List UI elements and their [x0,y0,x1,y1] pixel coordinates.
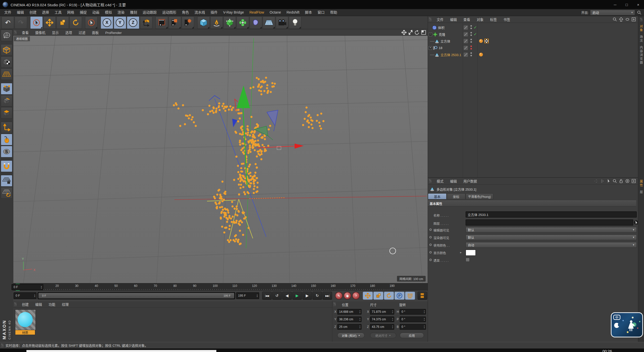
add-layer-icon[interactable] [631,17,636,22]
texture-tag-icon[interactable] [484,39,489,43]
menu-item-realflow[interactable]: RealFlow [247,9,267,16]
object-row-18[interactable]: + 18 [428,45,638,51]
filter-icon[interactable] [625,17,630,22]
position-y-field[interactable]: 38.236 cm▲▼ [337,317,361,322]
workplane-mode-button[interactable] [1,68,12,80]
object-manager-menu-item[interactable]: 查看 [460,18,473,22]
collapse-toggle[interactable]: − [429,33,432,36]
size-z-field[interactable]: 43.75 cm▲▼ [370,324,394,330]
record-rotation-toggle[interactable] [384,292,394,300]
object-manager-menu-item[interactable]: 文件 [433,18,447,22]
menu-item[interactable]: V-Ray Bridge [220,10,247,14]
panel-grip-icon[interactable] [429,17,431,21]
pan-view-icon[interactable] [401,30,407,35]
menu-item[interactable]: 选择 [39,10,52,14]
live-selection-tool[interactable] [30,16,43,29]
viewport-menu-item[interactable]: 摄像机 [32,31,49,35]
add-light-button[interactable] [289,16,301,29]
add-field-button[interactable] [250,16,262,29]
menu-item[interactable]: 窗口 [315,10,327,14]
ime-overlay-widget[interactable]: 中 [611,312,643,337]
menu-item[interactable]: 角色 [179,10,192,14]
add-primitive-cube-button[interactable] [197,16,210,29]
viewport-menu-item[interactable]: 选项 [62,31,75,35]
menu-item[interactable]: 工具 [52,10,64,14]
visibility-dots[interactable] [470,52,472,56]
material-item[interactable]: 材质 [15,310,35,335]
redo-button[interactable]: ↷ [15,16,27,29]
menu-item[interactable]: 文件 [2,10,14,14]
object-manager-menu-item[interactable]: 书签 [500,18,513,22]
position-z-field[interactable]: 25 cm▲▼ [337,324,361,330]
move-tool[interactable] [43,16,56,29]
tab-objects[interactable]: 对象 [639,25,643,32]
loop-button[interactable]: ↻ [312,292,322,300]
render-visibility-dropdown[interactable]: 默认▼ [466,235,637,240]
texture-mode-button[interactable] [1,56,12,68]
history-forward-icon[interactable] [600,179,605,183]
use-color-dropdown[interactable]: 自动▼ [466,242,637,248]
object-manager-menu-item[interactable]: 对象 [473,18,487,22]
record-position-toggle[interactable] [363,292,373,300]
position-x-field[interactable]: 14.688 cm▲▼ [337,309,361,315]
rotation-h-field[interactable]: 0 °▲▼ [400,309,426,315]
next-frame-button[interactable]: ▶ [302,292,312,300]
lock-z-axis-button[interactable]: Z [127,16,139,29]
menu-item[interactable]: 创建 [27,10,39,14]
menu-item[interactable]: 帮助 [327,10,340,14]
section-basic-properties[interactable]: 基本属性 [428,200,636,206]
undo-button[interactable]: ↶ [2,16,14,29]
viewport-solo-button[interactable]: S [1,146,12,157]
render-settings-button[interactable] [182,16,194,29]
goto-start-button[interactable]: |◀◀ [262,292,272,300]
record-parameter-toggle[interactable]: P [394,292,405,300]
viewport-menu-item[interactable]: 查看 [19,31,32,35]
keyframe-presets-button[interactable] [418,292,427,300]
attribute-menu-item[interactable]: 编辑 [447,180,460,183]
menu-item[interactable]: 编辑 [14,10,27,14]
record-keyframe-button[interactable]: ✎ [335,292,343,299]
viewport-menu-item[interactable]: 过滤 [75,31,89,35]
visibility-dots[interactable] [470,25,472,29]
panel-grip-icon[interactable] [333,302,336,306]
display-color-swatch[interactable] [466,250,476,256]
animation-dot[interactable] [429,251,432,253]
previous-frame-button[interactable]: ◀ [282,292,292,300]
menu-item[interactable]: 脚本 [302,10,315,14]
object-row-cube[interactable]: 立方体 [428,38,638,45]
toggle-view-icon[interactable] [421,30,426,35]
interface-dropdown[interactable]: 启动 ▼ [590,10,635,15]
path-up-icon[interactable] [619,17,623,22]
viewport-menu-item[interactable]: ProRender [102,31,125,35]
menu-item[interactable]: 插件 [208,10,220,14]
add-floor-button[interactable] [263,16,275,29]
animation-dot[interactable] [429,259,432,261]
add-subdivision-surface-button[interactable] [223,16,236,29]
maximize-button[interactable]: □ [621,0,632,9]
size-x-field[interactable]: 71.875 cm▲▼ [370,309,394,315]
tweak-mode-button[interactable] [1,134,12,145]
rotation-b-field[interactable]: 0 °▲▼ [400,324,426,330]
render-to-picture-viewer-button[interactable] [169,16,181,29]
zoom-view-icon[interactable] [408,30,413,35]
size-mode-dropdown[interactable]: 绝对尺寸▼ [370,333,396,338]
object-row-volume[interactable]: 体积 ✓ [428,24,638,31]
search-icon[interactable] [613,179,617,183]
axis-mode-button[interactable] [1,122,12,133]
material-menu-item[interactable]: 功能 [45,303,59,306]
layer-toggle[interactable] [464,25,468,30]
rotation-p-field[interactable]: 0 °▲▼ [400,317,426,322]
render-view-button[interactable] [155,16,168,29]
autokeying-button[interactable]: ◉ [344,292,351,299]
material-tag-icon[interactable] [479,39,483,43]
history-back-icon[interactable] [594,179,598,183]
enabled-check-icon[interactable]: ✓ [474,25,477,30]
menu-item[interactable]: Octane [267,10,284,14]
menu-item[interactable]: 流水线 [192,10,208,14]
object-row-cube-2533[interactable]: 立方体 2533.1 [428,51,638,58]
layer-field[interactable] [466,219,633,226]
coordinate-system-button[interactable] [140,16,152,29]
xray-checkbox[interactable] [466,258,470,262]
menu-item[interactable]: 网格 [64,10,77,14]
apply-button[interactable]: 应用 [400,333,424,338]
